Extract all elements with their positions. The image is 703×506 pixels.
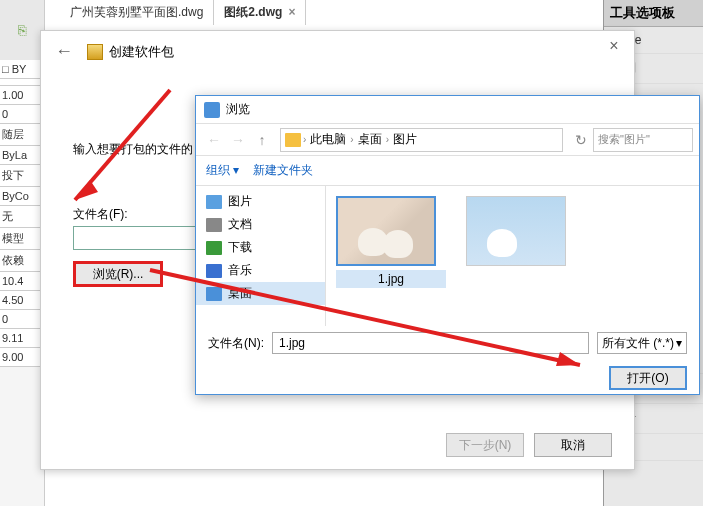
file-list: 1.jpg [326,186,699,326]
music-icon [206,264,222,278]
search-placeholder: 搜索"图片" [598,132,650,147]
sidebar-item-label: 文档 [228,216,252,233]
filename-label: 文件名(N): [208,335,264,352]
prompt-label: 输入想要打包的文件的 [73,141,193,158]
prop-cell: 模型 [0,228,44,250]
nav-back-icon[interactable]: ← [202,128,226,152]
cancel-label: 取消 [561,437,585,454]
sidebar-item-label: 图片 [228,193,252,210]
tab-label: 广州芙蓉别墅平面图.dwg [70,5,203,19]
thumbnail-image [336,196,436,266]
sidebar: 图片 文档 下载 音乐 桌面 [196,186,326,326]
sidebar-item-label: 桌面 [228,285,252,302]
filetype-label: 所有文件 (*.*) [602,335,674,352]
prop-cell: ByCo [0,187,44,206]
document-tab[interactable]: 广州芙蓉别墅平面图.dwg [60,0,214,25]
organize-menu[interactable]: 组织 ▾ [206,162,239,179]
browse-button[interactable]: 浏览(R)... [73,261,163,287]
breadcrumb[interactable]: › 此电脑 › 桌面 › 图片 [280,128,563,152]
prop-cell: 依赖 [0,250,44,272]
prop-cell: 投下 [0,165,44,187]
next-button: 下一步(N) [446,433,524,457]
prop-cell: 4.50 [0,291,44,310]
chevron-down-icon: ▾ [676,336,682,350]
cancel-button[interactable]: 取消 [534,433,612,457]
filename-label: 文件名(F): [73,206,128,223]
breadcrumb-item[interactable]: 图片 [389,131,421,148]
desktop-icon [206,287,222,301]
file-thumbnail-selected[interactable]: 1.jpg [336,196,446,316]
prop-cell: 0 [0,105,44,124]
browse-label: 浏览(R)... [93,266,144,283]
close-icon[interactable]: × [600,37,628,57]
left-tool-icon: ⎘ [0,0,44,60]
prop-cell: 9.11 [0,329,44,348]
document-tab-active[interactable]: 图纸2.dwg× [214,0,306,25]
tab-label: 图纸2.dwg [224,5,282,19]
app-icon [204,102,220,118]
sidebar-item-music[interactable]: 音乐 [196,259,325,282]
sidebar-item-downloads[interactable]: 下载 [196,236,325,259]
sidebar-item-label: 下载 [228,239,252,256]
prop-cell: 1.00 [0,86,44,105]
file-name: 1.jpg [336,270,446,288]
prop-cell: 10.4 [0,272,44,291]
refresh-icon[interactable]: ↻ [569,128,593,152]
nav-forward-icon[interactable]: → [226,128,250,152]
open-button[interactable]: 打开(O) [609,366,687,390]
prop-cell: □ BY [0,60,44,79]
thumbnail-image [466,196,566,266]
dialog-title: 创建软件包 [109,43,174,61]
breadcrumb-item[interactable]: 此电脑 [306,131,350,148]
close-icon[interactable]: × [288,5,295,19]
file-thumbnail[interactable] [466,196,576,316]
sidebar-item-label: 音乐 [228,262,252,279]
downloads-icon [206,241,222,255]
folder-icon [285,133,301,147]
filename-input[interactable] [272,332,589,354]
prop-cell: 0 [0,310,44,329]
prop-cell: 无 [0,206,44,228]
file-browse-dialog: 浏览 ← → ↑ › 此电脑 › 桌面 › 图片 ↻ 搜索"图片" 组织 ▾ 新… [195,95,700,395]
documents-icon [206,218,222,232]
prop-cell [0,79,44,86]
file-dialog-title: 浏览 [226,101,250,118]
next-label: 下一步(N) [459,437,512,454]
back-icon[interactable]: ← [55,41,73,62]
tool-palette-title: 工具选项板 [604,0,703,27]
prop-cell: 随层 [0,124,44,146]
sidebar-item-documents[interactable]: 文档 [196,213,325,236]
filetype-select[interactable]: 所有文件 (*.*)▾ [597,332,687,354]
sidebar-item-pictures[interactable]: 图片 [196,190,325,213]
open-label: 打开(O) [627,370,668,387]
pictures-icon [206,195,222,209]
search-input[interactable]: 搜索"图片" [593,128,693,152]
package-icon [87,44,103,60]
sidebar-item-desktop[interactable]: 桌面 [196,282,325,305]
breadcrumb-item[interactable]: 桌面 [354,131,386,148]
nav-up-icon[interactable]: ↑ [250,128,274,152]
prop-cell: ByLa [0,146,44,165]
new-folder-button[interactable]: 新建文件夹 [253,162,313,179]
prop-cell: 9.00 [0,348,44,367]
